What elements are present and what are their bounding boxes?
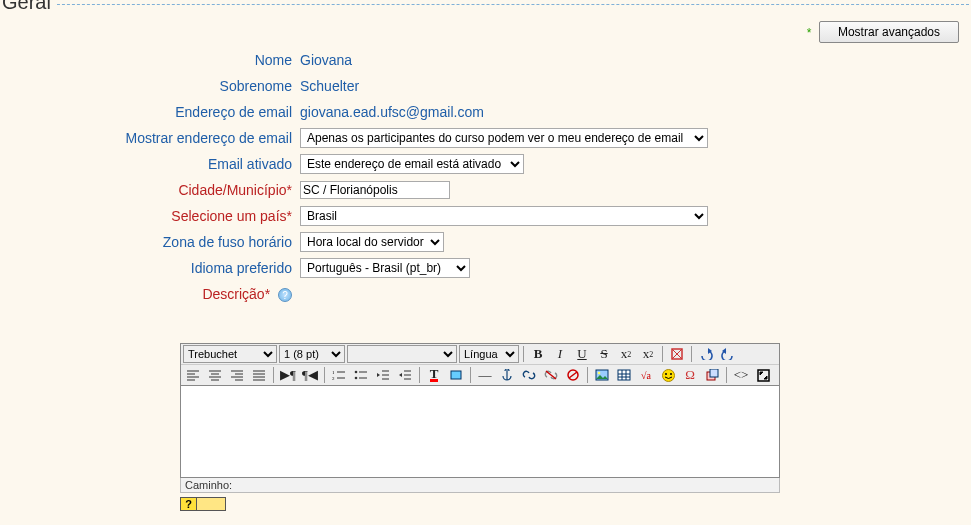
unordered-list-button[interactable] (351, 366, 371, 384)
label-fuso: Zona de fuso horário (2, 234, 300, 250)
select-style[interactable] (347, 345, 457, 363)
select-mostrar-email[interactable]: Apenas os participantes do curso podem v… (300, 128, 708, 148)
svg-rect-48 (710, 369, 718, 377)
superscript-button[interactable]: x2 (638, 345, 658, 363)
svg-rect-39 (618, 370, 630, 380)
svg-rect-33 (451, 371, 461, 379)
svg-line-2 (672, 349, 682, 359)
label-email-ativado: Email ativado (2, 156, 300, 172)
align-center-button[interactable] (205, 366, 225, 384)
svg-rect-0 (672, 349, 682, 359)
bold-button[interactable]: B (528, 345, 548, 363)
text-color-button[interactable]: T (424, 366, 444, 384)
svg-point-38 (598, 372, 601, 375)
select-size[interactable]: 1 (8 pt) (279, 345, 345, 363)
link-button[interactable] (519, 366, 539, 384)
find-button[interactable] (702, 366, 722, 384)
select-lang[interactable]: Língua (459, 345, 519, 363)
value-nome: Giovana (300, 52, 352, 68)
clean-button[interactable] (667, 345, 687, 363)
select-font[interactable]: Trebuchet (183, 345, 277, 363)
image-button[interactable] (592, 366, 612, 384)
select-pais[interactable]: Brasil (300, 206, 708, 226)
outdent-button[interactable] (373, 366, 393, 384)
ordered-list-button[interactable]: 12 (329, 366, 349, 384)
editor-path-bar: Caminho: (180, 478, 780, 493)
anchor-button[interactable] (497, 366, 517, 384)
select-idioma[interactable]: Português - Brasil (pt_br) (300, 258, 470, 278)
svg-line-1 (672, 349, 682, 359)
ltr-button[interactable]: ▶¶ (278, 366, 298, 384)
subscript-button[interactable]: x2 (616, 345, 636, 363)
svg-point-24 (355, 377, 358, 380)
undo-button[interactable] (696, 345, 716, 363)
editor-toolbar: Trebuchet 1 (8 pt) Língua B I U S x2 x2 (180, 343, 780, 386)
underline-button[interactable]: U (572, 345, 592, 363)
label-idioma: Idioma preferido (2, 260, 300, 276)
special-char-button[interactable]: Ω (680, 366, 700, 384)
svg-text:2: 2 (332, 376, 335, 381)
equation-button[interactable]: √a (636, 366, 656, 384)
svg-point-46 (670, 373, 672, 375)
label-sobrenome: Sobrenome (2, 78, 300, 94)
section-legend: Geral (2, 0, 57, 14)
label-nome: Nome (2, 52, 300, 68)
value-email: giovana.ead.ufsc@gmail.com (300, 104, 484, 120)
label-mostrar-email: Mostrar endereço de email (2, 130, 300, 146)
svg-line-36 (569, 372, 577, 378)
indent-button[interactable] (395, 366, 415, 384)
italic-button[interactable]: I (550, 345, 570, 363)
input-cidade[interactable] (300, 181, 450, 199)
align-right-button[interactable] (227, 366, 247, 384)
html-source-button[interactable]: <> (731, 366, 751, 384)
unlink-button[interactable] (541, 366, 561, 384)
rich-text-editor: Trebuchet 1 (8 pt) Língua B I U S x2 x2 (180, 343, 780, 511)
bg-color-button[interactable] (446, 366, 466, 384)
select-email-ativado[interactable]: Este endereço de email está ativado (300, 154, 524, 174)
hr-button[interactable]: — (475, 366, 495, 384)
help-icon[interactable]: ? (278, 288, 292, 302)
label-pais: Selecione um país* (2, 208, 300, 224)
rtl-button[interactable]: ¶◀ (300, 366, 320, 384)
align-justify-button[interactable] (249, 366, 269, 384)
select-fuso[interactable]: Hora local do servidor (300, 232, 444, 252)
svg-rect-37 (596, 370, 608, 380)
keyboard-badge[interactable]: ? (180, 497, 226, 511)
svg-rect-47 (707, 372, 715, 380)
table-button[interactable] (614, 366, 634, 384)
value-sobrenome: Schuelter (300, 78, 359, 94)
nolink-button[interactable] (563, 366, 583, 384)
required-indicator: * (807, 26, 812, 40)
label-cidade: Cidade/Município* (2, 182, 300, 198)
align-left-button[interactable] (183, 366, 203, 384)
svg-point-35 (568, 370, 578, 380)
smiley-button[interactable] (658, 366, 678, 384)
show-advanced-button[interactable]: Mostrar avançados (819, 21, 959, 43)
label-email: Endereço de email (2, 104, 300, 120)
svg-point-45 (665, 373, 667, 375)
label-descricao: Descrição* ? (2, 286, 300, 302)
svg-rect-49 (758, 370, 769, 381)
svg-line-34 (546, 371, 556, 379)
svg-text:1: 1 (332, 370, 335, 375)
fullscreen-button[interactable] (753, 366, 773, 384)
svg-point-44 (662, 369, 674, 381)
strike-button[interactable]: S (594, 345, 614, 363)
redo-button[interactable] (718, 345, 738, 363)
editor-textarea[interactable] (180, 386, 780, 478)
svg-point-23 (355, 371, 358, 374)
